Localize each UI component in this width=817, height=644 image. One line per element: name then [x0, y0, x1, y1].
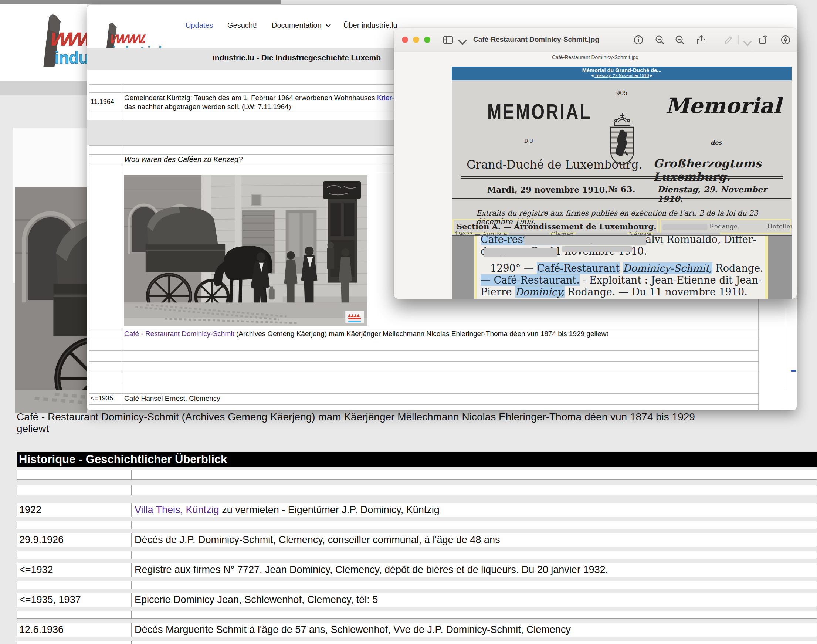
background-photo-caption: Café - Restaurant Dominicy-Schmit (Archi… — [17, 411, 712, 435]
zoom-in-icon[interactable] — [674, 35, 685, 45]
selected-text: Café-Restaurant — [537, 262, 619, 274]
nav-gesucht[interactable]: Gesucht! — [227, 21, 257, 29]
toolbar-divider — [738, 35, 739, 45]
annotate-icon[interactable] — [780, 35, 791, 45]
text-cell: Villa Theis, Küntzig zu vermieten - Eige… — [131, 503, 817, 517]
redaction-bar — [524, 236, 646, 245]
fragment-hotellerie: Hotellerie. — [767, 222, 792, 230]
date-cell: <=1932 — [17, 563, 131, 577]
row-text: Gemeinderat Küntzig: Tausch des am 1. Fe… — [124, 94, 377, 102]
historique-table: 1922 Villa Theis, Küntzig zu vermieten -… — [17, 469, 817, 644]
filename-subtitle: Café-Restaurant Dominicy-Schmit.jpg — [394, 54, 797, 60]
row-text: zu vermieten - Eigentümer J.P. Dominicy,… — [219, 504, 440, 515]
issue-date-german: Dienstag, 29. November 1910. — [657, 184, 792, 204]
nav-documentation[interactable]: Documentation — [272, 21, 322, 29]
highlight-strip — [474, 236, 477, 299]
masthead-des: des — [711, 139, 722, 146]
masthead-grand-duche: Grand-Duché de Luxembourg. — [466, 158, 642, 171]
dateline-rule — [452, 198, 791, 199]
background-logo-block — [0, 4, 87, 81]
text-cell: Café Hansel Ernest, Clemency — [122, 394, 759, 405]
close-button[interactable] — [402, 37, 408, 43]
cafe-dominicy-schmit-photo — [124, 175, 368, 326]
info-icon[interactable] — [633, 35, 644, 45]
text-cell: Décès de J.P. Dominicy-Schmit, Clemency,… — [131, 533, 817, 547]
background-gray-band — [0, 81, 87, 95]
table-row-1922: 1922 Villa Theis, Küntzig zu vermieten -… — [17, 503, 817, 517]
line-text: Rodange. — [713, 262, 763, 274]
table-row — [89, 372, 759, 383]
sidebar-chevron-icon[interactable] — [457, 37, 468, 48]
zoom-inset: Café-restaurant — Exploitant : Salvi Rom… — [452, 236, 792, 299]
window-title: Café-Restaurant Dominicy-Schmit.jpg — [473, 35, 599, 44]
redaction-bar — [663, 224, 707, 230]
date-cell: <=1935 — [89, 394, 122, 405]
masthead-du: DU — [524, 138, 534, 144]
next-issue-icon[interactable]: ▶ — [650, 74, 653, 77]
date-cell: 12.6.1936 — [17, 623, 131, 637]
masthead-memorial-fr: MEMORIAL — [487, 99, 592, 124]
zoom-line-d: — Café-Restaurant. - Exploitant : Jean-E… — [481, 274, 762, 286]
issue-date-link[interactable]: Tuesday, 29 November 1910 — [595, 73, 649, 78]
table-row — [17, 581, 817, 589]
villa-theis-link[interactable]: Villa Theis, Küntzig — [135, 504, 219, 515]
zoom-window-button[interactable] — [424, 37, 430, 43]
masthead-rule-thin — [461, 178, 783, 179]
table-row-1936: 12.6.1936 Décès Marguerite Schmit à l'âg… — [17, 623, 817, 637]
table-row-1932: <=1932 Registre aux firmes N° 7727. Jean… — [17, 563, 817, 577]
chevron-down-icon[interactable] — [325, 23, 331, 28]
table-row — [17, 611, 817, 619]
table-row — [89, 340, 759, 351]
prev-issue-icon[interactable]: ◀ — [591, 74, 593, 77]
redaction-bar — [562, 246, 632, 252]
table-row-1926: 29.9.1926 Décès de J.P. Dominicy-Schmit,… — [17, 533, 817, 547]
selected-text: — Café-Restaurant. — [481, 274, 579, 286]
fragment-rodange: Rodange. — [710, 222, 739, 230]
caption-text: (Archives Gemeng Käerjeng) mam Käerjënge… — [235, 330, 609, 337]
masthead-rule — [461, 176, 783, 177]
desktop-top-strip — [0, 0, 281, 4]
nav-ueber-industrie-lu[interactable]: Über industrie.lu — [343, 21, 397, 29]
table-row — [89, 351, 759, 362]
screen: { "colors": { "link_blue": "#2424d6", "v… — [0, 0, 817, 644]
sidebar-icon[interactable] — [443, 35, 453, 45]
banner-date-nav: ◀ Tuesday, 29 November 1910 ▶ — [452, 73, 792, 78]
table-row — [17, 641, 817, 644]
preview-titlebar[interactable]: Café-Restaurant Dominicy-Schmit.jpg — [394, 28, 797, 52]
masthead-grossherzogtums: Großherzogtums Luxemburg. — [653, 157, 792, 183]
table-row — [89, 405, 759, 410]
minimize-button[interactable] — [413, 37, 419, 43]
zoom-inset-paper: Café-restaurant — Exploitant : Salvi Rom… — [477, 236, 765, 299]
zoom-line-e: Pierre Dominicy, Rodange. — Du 11 novemb… — [481, 286, 748, 297]
share-icon[interactable] — [696, 35, 707, 45]
table-row — [17, 521, 817, 529]
zoom-out-icon[interactable] — [655, 35, 665, 45]
rotate-icon[interactable] — [758, 35, 769, 45]
table-row — [89, 362, 759, 372]
row-text-line2: das nachher abgetragen werden soll. (LW:… — [124, 103, 291, 110]
cafe-restaurant-link[interactable]: Café - Restaurant Dominicy-Schmit — [124, 330, 235, 337]
table-row-caption: Café - Restaurant Dominicy-Schmit (Archi… — [89, 329, 759, 340]
table-row — [89, 383, 759, 394]
text-cell: Registre aux firmes N° 7727. Jean Domini… — [131, 563, 817, 577]
zoom-line-c: 1290° — Café-Restaurant Dominicy-Schmit,… — [490, 262, 763, 274]
line-text: - Exploitant : Jean-Etienne dit Jean- — [579, 274, 762, 286]
markup-pencil-icon[interactable] — [723, 35, 733, 45]
markup-chevron-icon[interactable] — [742, 38, 753, 48]
table-row-1935-1937: <=1935, 1937 Epicerie Dominicy Jean, Sch… — [17, 593, 817, 607]
viewer-banner: Mémorial du Grand-Duché de... ◀ Tuesday,… — [452, 66, 792, 80]
date-cell: <=1935, 1937 — [17, 593, 131, 607]
table-row — [17, 485, 817, 495]
historique-section-header: Historique - Geschichtlicher Überblick — [17, 452, 817, 467]
line-text: 1290° — — [490, 262, 537, 274]
nav-updates[interactable]: Updates — [185, 21, 213, 29]
table-row — [17, 469, 817, 480]
line-text: Pierre — [481, 286, 515, 297]
truncated-link-fragment[interactable] — [791, 370, 796, 371]
selected-text: Dominicy-Schmit, — [623, 262, 713, 274]
redaction-bar — [484, 248, 558, 256]
background-photo-crop — [15, 187, 87, 413]
text-cell: Epicerie Dominicy Jean, Schlewenhof, Cle… — [131, 593, 817, 607]
industrie-lu-logo — [29, 10, 87, 69]
masthead-memorial-de: Memorial — [665, 93, 781, 118]
